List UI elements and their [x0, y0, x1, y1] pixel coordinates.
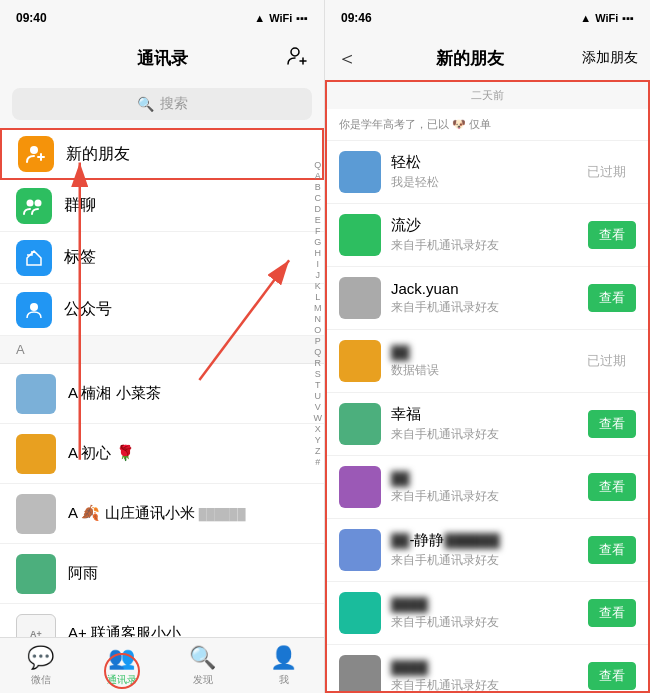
fr-action-jack[interactable]: 查看 [588, 284, 636, 312]
fr-info-静静: ██-静静██████ 来自手机通讯录好友 [391, 531, 578, 569]
fr-action-静静[interactable]: 查看 [588, 536, 636, 564]
fr-name-jack: Jack.yuan [391, 280, 578, 297]
wifi-icon: WiFi [269, 12, 292, 24]
fr-name-blurred4: ████ [391, 658, 578, 675]
fr-sub-轻松: 我是轻松 [391, 174, 567, 191]
right-header: ＜ 新的朋友 添加朋友 [325, 36, 650, 80]
menu-list: 新的朋友 群聊 [0, 128, 324, 336]
fr-sub-blurred3: 来自手机通讯录好友 [391, 614, 578, 631]
contact-name-阿雨: 阿雨 [68, 564, 98, 583]
discover-nav-icon: 🔍 [189, 645, 216, 671]
contact-楠湘[interactable]: A 楠湘 小菜茶 [0, 364, 324, 424]
avatar-楠湘 [16, 374, 56, 414]
fr-avatar-jack [339, 277, 381, 319]
svg-point-4 [30, 303, 38, 311]
search-icon: 🔍 [137, 96, 154, 112]
right-wifi-icon: WiFi [595, 12, 618, 24]
group-chat-icon [16, 188, 52, 224]
fr-item-blurred1[interactable]: ██ 数据错误 已过期 [327, 330, 648, 393]
fr-info-轻松: 轻松 我是轻松 [391, 153, 567, 191]
right-status-icons: ▲ WiFi ▪▪▪ [580, 12, 634, 24]
fr-item-blurred3[interactable]: ████ 来自手机通讯录好友 查看 [327, 582, 648, 645]
fr-action-blurred2[interactable]: 查看 [588, 473, 636, 501]
contact-name-联通: A+ 联通客服小小 [68, 624, 181, 637]
fr-name-流沙: 流沙 [391, 216, 578, 235]
contact-初心[interactable]: A 初心 🌹 [0, 424, 324, 484]
add-contact-icon[interactable] [286, 45, 308, 72]
official-icon [16, 292, 52, 328]
fr-info-blurred4: ████ 来自手机通讯录好友 [391, 658, 578, 693]
fr-name-blurred1: ██ [391, 343, 567, 360]
svg-point-2 [27, 199, 34, 206]
right-header-title: 新的朋友 [365, 47, 574, 70]
contact-联通[interactable]: A+ A+ 联通客服小小 [0, 604, 324, 637]
fr-action-幸福[interactable]: 查看 [588, 410, 636, 438]
search-bar[interactable]: 🔍 搜索 [12, 88, 312, 120]
back-button[interactable]: ＜ [337, 45, 357, 72]
nav-me[interactable]: 👤 我 [243, 645, 324, 687]
fr-item-轻松[interactable]: 轻松 我是轻松 已过期 [327, 141, 648, 204]
fr-info-blurred1: ██ 数据错误 [391, 343, 567, 379]
fr-item-jack[interactable]: Jack.yuan 来自手机通讯录好友 查看 [327, 267, 648, 330]
fr-avatar-幸福 [339, 403, 381, 445]
left-status-icons: ▲ WiFi ▪▪▪ [254, 12, 308, 24]
fr-item-blurred2[interactable]: ██ 来自手机通讯录好友 查看 [327, 456, 648, 519]
fr-avatar-轻松 [339, 151, 381, 193]
avatar-联通: A+ [16, 614, 56, 638]
fr-sub-流沙: 来自手机通讯录好友 [391, 237, 578, 254]
fr-action-流沙[interactable]: 查看 [588, 221, 636, 249]
fr-action-blurred4[interactable]: 查看 [588, 662, 636, 690]
fr-avatar-流沙 [339, 214, 381, 256]
fr-action-blurred3[interactable]: 查看 [588, 599, 636, 627]
add-friend-button[interactable]: 添加朋友 [582, 49, 638, 67]
fr-info-jack: Jack.yuan 来自手机通讯录好友 [391, 280, 578, 316]
me-nav-label: 我 [279, 673, 289, 687]
right-battery-icon: ▪▪▪ [622, 12, 634, 24]
fr-sub-jack: 来自手机通讯录好友 [391, 299, 578, 316]
fr-info-blurred3: ████ 来自手机通讯录好友 [391, 595, 578, 631]
menu-item-tags[interactable]: 标签 [0, 232, 324, 284]
fr-name-静静: ██-静静██████ [391, 531, 578, 550]
left-header-title: 通讯录 [137, 47, 188, 70]
contacts-list: A 楠湘 小菜茶 A 初心 🌹 A 🍂 山庄通讯小米 ██████ 阿雨 A+ … [0, 364, 324, 637]
avatar-初心 [16, 434, 56, 474]
fr-avatar-blurred2 [339, 466, 381, 508]
fr-item-流沙[interactable]: 流沙 来自手机通讯录好友 查看 [327, 204, 648, 267]
fr-avatar-blurred3 [339, 592, 381, 634]
signal-icon: ▲ [254, 12, 265, 24]
right-status-bar: 09:46 ▲ WiFi ▪▪▪ [325, 0, 650, 36]
alpha-sidebar[interactable]: Q A B C D E F G H I J K L M N O P Q R S … [314, 160, 323, 467]
fr-sub-blurred4: 来自手机通讯录好友 [391, 677, 578, 693]
fr-avatar-blurred4 [339, 655, 381, 693]
fr-sub-blurred1: 数据错误 [391, 362, 567, 379]
left-status-bar: 09:40 ▲ WiFi ▪▪▪ [0, 0, 324, 36]
menu-item-new-friends[interactable]: 新的朋友 [0, 128, 324, 180]
avatar-山庄 [16, 494, 56, 534]
fr-item-幸福[interactable]: 幸福 来自手机通讯录好友 查看 [327, 393, 648, 456]
fr-avatar-blurred1 [339, 340, 381, 382]
contact-阿雨[interactable]: 阿雨 [0, 544, 324, 604]
fr-info-blurred2: ██ 来自手机通讯录好友 [391, 469, 578, 505]
menu-item-group-chat[interactable]: 群聊 [0, 180, 324, 232]
battery-icon: ▪▪▪ [296, 12, 308, 24]
tags-label: 标签 [64, 247, 96, 268]
fr-item-静静[interactable]: ██-静静██████ 来自手机通讯录好友 查看 [327, 519, 648, 582]
fr-info-幸福: 幸福 来自手机通讯录好友 [391, 405, 578, 443]
search-placeholder: 搜索 [160, 95, 188, 113]
contact-name-楠湘: A 楠湘 小菜茶 [68, 384, 161, 403]
svg-point-0 [291, 48, 299, 56]
fr-action-轻松: 已过期 [577, 159, 636, 185]
nav-contacts[interactable]: 👥 通讯录 [81, 645, 162, 687]
new-friends-label: 新的朋友 [66, 144, 130, 165]
nav-discover[interactable]: 🔍 发现 [162, 645, 243, 687]
nav-weixin[interactable]: 💬 微信 [0, 645, 81, 687]
day-label: 二天前 [327, 82, 648, 109]
notice-text: 你是学年高考了，已以 🐶 仅单 [327, 109, 648, 141]
right-panel: 09:46 ▲ WiFi ▪▪▪ ＜ 新的朋友 添加朋友 二天前 你是学年高考了… [325, 0, 650, 693]
svg-point-3 [35, 199, 42, 206]
fr-name-幸福: 幸福 [391, 405, 578, 424]
contact-山庄[interactable]: A 🍂 山庄通讯小米 ██████ [0, 484, 324, 544]
fr-item-blurred4[interactable]: ████ 来自手机通讯录好友 查看 [327, 645, 648, 693]
fr-action-blurred1: 已过期 [577, 348, 636, 374]
menu-item-official[interactable]: 公众号 [0, 284, 324, 336]
